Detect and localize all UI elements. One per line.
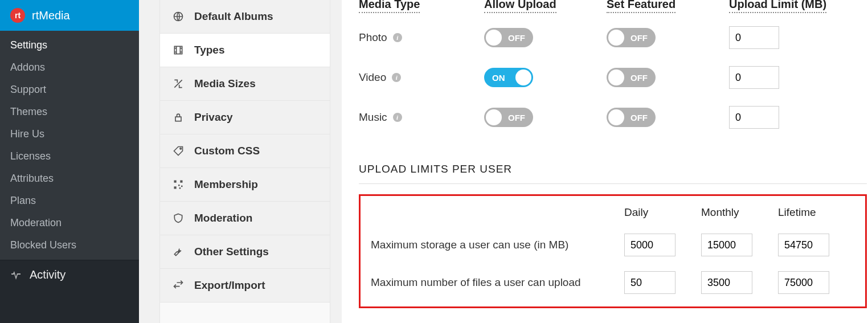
svg-rect-1 bbox=[174, 46, 182, 54]
toggle-state: OFF bbox=[508, 113, 525, 122]
th-allow-upload: Allow Upload bbox=[484, 0, 556, 13]
input-files-daily[interactable] bbox=[624, 271, 675, 294]
tab-label: Custom CSS bbox=[194, 145, 260, 157]
svg-rect-2 bbox=[175, 117, 181, 121]
th-media-type: Media Type bbox=[359, 0, 420, 13]
qr-icon bbox=[173, 179, 184, 190]
toggle-video-featured[interactable]: OFF bbox=[607, 68, 656, 87]
tab-label: Types bbox=[194, 44, 225, 56]
media-name: Photo bbox=[359, 31, 387, 44]
svg-rect-9 bbox=[179, 187, 181, 189]
wrench-icon bbox=[173, 246, 184, 257]
limit-label: Maximum number of files a user can uploa… bbox=[371, 276, 624, 289]
tab-export-import[interactable]: Export/Import bbox=[160, 269, 330, 302]
settings-tabs: Default Albums Types Media Sizes Privacy… bbox=[159, 0, 330, 323]
svg-rect-7 bbox=[178, 185, 180, 186]
tab-moderation[interactable]: Moderation bbox=[160, 202, 330, 235]
th-set-featured: Set Featured bbox=[607, 0, 675, 13]
tab-label: Default Albums bbox=[194, 10, 273, 23]
resize-icon bbox=[173, 78, 184, 89]
info-icon[interactable]: i bbox=[393, 113, 402, 122]
sidebar-item-support[interactable]: Support bbox=[0, 79, 139, 101]
media-name: Video bbox=[359, 71, 386, 84]
sidebar-item-activity[interactable]: Activity bbox=[0, 260, 139, 289]
svg-rect-5 bbox=[180, 181, 182, 183]
media-table-header: Media Type Allow Upload Set Featured Upl… bbox=[359, 0, 867, 18]
activity-icon bbox=[10, 269, 22, 281]
brand-name: rtMedia bbox=[32, 9, 70, 22]
tab-label: Moderation bbox=[194, 212, 252, 224]
tab-label: Privacy bbox=[194, 111, 233, 124]
toggle-video-allow[interactable]: ON bbox=[484, 68, 533, 87]
svg-point-3 bbox=[180, 148, 182, 150]
media-row-video: Video i ON OFF bbox=[359, 58, 867, 97]
sidebar-item-licenses[interactable]: Licenses bbox=[0, 145, 139, 167]
toggle-state: ON bbox=[492, 73, 505, 83]
sidebar-item-activity-label: Activity bbox=[30, 268, 65, 281]
tab-label: Other Settings bbox=[194, 246, 269, 258]
lock-icon bbox=[173, 112, 184, 123]
limit-row-files: Maximum number of files a user can uploa… bbox=[371, 271, 855, 294]
input-storage-lifetime[interactable] bbox=[778, 234, 829, 256]
brand[interactable]: rt rtMedia bbox=[0, 0, 139, 31]
upload-limits-box: Daily Monthly Lifetime Maximum storage a… bbox=[359, 194, 867, 308]
shield-icon bbox=[173, 212, 184, 224]
toggle-state: OFF bbox=[508, 33, 525, 43]
toggle-state: OFF bbox=[630, 113, 648, 122]
limit-row-storage: Maximum storage a user can use (in MB) bbox=[371, 234, 855, 256]
toggle-photo-featured[interactable]: OFF bbox=[607, 28, 656, 47]
wp-sidebar: rt rtMedia Settings Addons Support Theme… bbox=[0, 0, 139, 323]
tab-label: Membership bbox=[194, 178, 258, 191]
svg-rect-6 bbox=[174, 186, 177, 189]
input-music-limit[interactable] bbox=[729, 106, 779, 129]
input-storage-monthly[interactable] bbox=[701, 234, 752, 256]
film-icon bbox=[173, 44, 184, 56]
limit-label: Maximum storage a user can use (in MB) bbox=[371, 239, 624, 251]
tab-privacy[interactable]: Privacy bbox=[160, 101, 330, 134]
toggle-state: OFF bbox=[630, 73, 648, 83]
tab-other-settings[interactable]: Other Settings bbox=[160, 235, 330, 269]
sidebar-item-themes[interactable]: Themes bbox=[0, 101, 139, 123]
toggle-photo-allow[interactable]: OFF bbox=[484, 28, 533, 47]
tab-default-albums[interactable]: Default Albums bbox=[160, 0, 330, 34]
tab-types[interactable]: Types bbox=[160, 34, 330, 67]
tab-custom-css[interactable]: Custom CSS bbox=[160, 134, 330, 168]
toggle-state: OFF bbox=[630, 33, 648, 43]
tab-membership[interactable]: Membership bbox=[160, 168, 330, 202]
svg-rect-8 bbox=[181, 186, 183, 187]
media-row-photo: Photo i OFF OFF bbox=[359, 18, 867, 58]
media-name: Music bbox=[359, 111, 387, 124]
toggle-music-featured[interactable]: OFF bbox=[607, 108, 656, 127]
info-icon[interactable]: i bbox=[393, 33, 402, 42]
tab-label: Media Sizes bbox=[194, 77, 256, 90]
th-daily: Daily bbox=[624, 206, 701, 219]
brand-icon: rt bbox=[10, 8, 25, 23]
transfer-icon bbox=[173, 280, 184, 291]
limits-header: Daily Monthly Lifetime bbox=[371, 206, 855, 219]
tab-media-sizes[interactable]: Media Sizes bbox=[160, 67, 330, 101]
info-icon[interactable]: i bbox=[392, 73, 401, 82]
svg-rect-4 bbox=[174, 181, 177, 183]
sidebar-item-moderation[interactable]: Moderation bbox=[0, 212, 139, 234]
tag-icon bbox=[173, 145, 184, 157]
wp-submenu: Settings Addons Support Themes Hire Us L… bbox=[0, 31, 139, 260]
th-lifetime: Lifetime bbox=[778, 206, 855, 219]
input-files-lifetime[interactable] bbox=[778, 271, 829, 294]
th-monthly: Monthly bbox=[701, 206, 778, 219]
sidebar-item-addons[interactable]: Addons bbox=[0, 56, 139, 79]
input-files-monthly[interactable] bbox=[701, 271, 752, 294]
content-panel: Media Type Allow Upload Set Featured Upl… bbox=[342, 0, 868, 323]
sidebar-item-blocked[interactable]: Blocked Users bbox=[0, 234, 139, 256]
globe-icon bbox=[173, 11, 184, 22]
sidebar-item-settings[interactable]: Settings bbox=[0, 34, 139, 56]
th-upload-limit: Upload Limit (MB) bbox=[729, 0, 826, 13]
tab-label: Export/Import bbox=[194, 279, 265, 292]
input-video-limit[interactable] bbox=[729, 66, 779, 89]
toggle-music-allow[interactable]: OFF bbox=[484, 108, 533, 127]
sidebar-item-hireus[interactable]: Hire Us bbox=[0, 123, 139, 145]
section-title-upload-limits: UPLOAD LIMITS PER USER bbox=[359, 163, 867, 184]
sidebar-item-plans[interactable]: Plans bbox=[0, 190, 139, 212]
input-photo-limit[interactable] bbox=[729, 26, 779, 49]
input-storage-daily[interactable] bbox=[624, 234, 675, 256]
sidebar-item-attributes[interactable]: Attributes bbox=[0, 167, 139, 190]
